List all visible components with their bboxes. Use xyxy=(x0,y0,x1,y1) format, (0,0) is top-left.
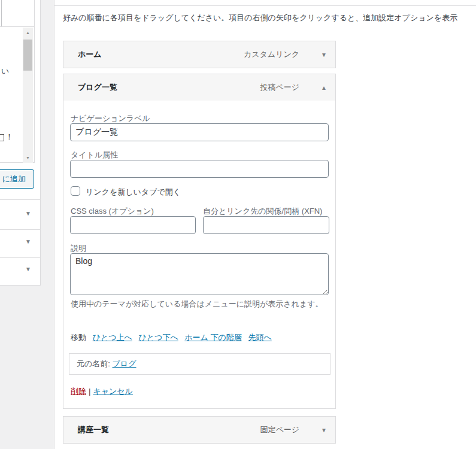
open-new-tab-label: リンクを新しいタブで開く xyxy=(86,187,181,198)
item-actions-row: 削除|キャンセル xyxy=(71,386,133,397)
menu-item-type-label: カスタムリンク xyxy=(244,49,299,60)
truncated-list-item-text: ！ xyxy=(5,132,13,141)
move-links-row: 移動 ひとつ上へ ひとつ下へ ホーム 下の階層 先頭へ xyxy=(71,332,272,343)
original-name-label: 元の名前: xyxy=(77,359,110,368)
truncated-list-item: ！ xyxy=(0,132,13,142)
tab-panel-right-edge xyxy=(34,0,35,27)
cancel-link[interactable]: キャンセル xyxy=(93,387,133,396)
menu-item-settings-panel: ナビゲーションラベル タイトル属性 リンクを新しいタブで開く CSS class… xyxy=(63,101,336,409)
metabox-divider xyxy=(0,199,41,200)
menu-item-title: ブログ一覧 xyxy=(78,82,260,93)
menu-item-title: 講座一覧 xyxy=(78,424,260,435)
xfn-input[interactable] xyxy=(203,216,329,234)
truncated-list-item: い xyxy=(1,66,9,77)
move-up-one-link[interactable]: ひとつ上へ xyxy=(93,333,132,342)
menu-item-title: ホーム xyxy=(78,49,244,60)
move-under-home-link[interactable]: ホーム 下の階層 xyxy=(184,333,242,342)
menu-item-blog-list[interactable]: ブログ一覧 投稿ページ ▲ xyxy=(63,74,336,101)
css-class-label: CSS class (オプション) xyxy=(71,206,154,217)
menu-instructions-text: 好みの順番に各項目をドラッグしてください。項目の右側の矢印をクリックすると、追加… xyxy=(63,13,476,23)
xfn-label: 自分とリンク先の関係/間柄 (XFN) xyxy=(203,206,322,217)
title-attribute-label: タイトル属性 xyxy=(71,150,118,160)
chevron-down-icon[interactable]: ▼ xyxy=(25,211,31,217)
menu-structure-panel: 好みの順番に各項目をドラッグしてください。項目の右側の矢印をクリックすると、追加… xyxy=(54,0,476,449)
menu-item-home[interactable]: ホーム カスタムリンク ▼ xyxy=(63,41,336,68)
menu-item-type-label: 投稿ページ xyxy=(260,82,299,93)
menu-item-type-label: 固定ページ xyxy=(260,424,299,435)
scrollbar-thumb[interactable] xyxy=(23,40,32,71)
chevron-down-icon[interactable]: ▼ xyxy=(25,239,31,245)
panel-top-divider xyxy=(54,5,476,6)
action-separator: | xyxy=(89,387,90,396)
description-label: 説明 xyxy=(71,243,86,254)
navigation-label-label: ナビゲーションラベル xyxy=(71,113,150,124)
truncated-text-glyph xyxy=(0,134,4,141)
chevron-down-icon[interactable]: ▼ xyxy=(25,266,31,272)
original-name-box: 元の名前: ブログ xyxy=(69,353,331,375)
scroll-up-icon[interactable]: ▲ xyxy=(23,28,33,38)
original-name-link[interactable]: ブログ xyxy=(113,359,137,368)
tab-panel-left-edge xyxy=(1,0,2,26)
item-checklist-box: い ！ ▲ ▼ xyxy=(0,26,35,163)
add-to-menu-button[interactable]: に追加 xyxy=(0,169,34,189)
metabox-divider xyxy=(0,229,41,230)
delete-link[interactable]: 削除 xyxy=(71,387,86,396)
description-textarea[interactable]: Blog xyxy=(70,253,329,295)
move-label: 移動 xyxy=(71,333,86,342)
chevron-up-icon[interactable]: ▲ xyxy=(321,84,327,91)
chevron-down-icon[interactable]: ▼ xyxy=(321,427,327,433)
chevron-down-icon[interactable]: ▼ xyxy=(321,51,327,58)
title-attribute-input[interactable] xyxy=(70,160,329,178)
move-down-one-link[interactable]: ひとつ下へ xyxy=(138,333,178,342)
scroll-down-icon[interactable]: ▼ xyxy=(23,153,33,163)
css-class-input[interactable] xyxy=(70,216,196,234)
description-help-text: 使用中のテーマが対応している場合はメニューに説明が表示されます。 xyxy=(71,298,332,311)
left-metabox-column: い ！ ▲ ▼ に追加 ▼ ▼ ▼ xyxy=(0,0,41,286)
navigation-label-input[interactable] xyxy=(70,123,329,141)
move-to-top-link[interactable]: 先頭へ xyxy=(248,333,271,342)
open-new-tab-checkbox[interactable] xyxy=(71,186,80,196)
scrollbar[interactable]: ▲ ▼ xyxy=(23,28,33,163)
metabox-divider xyxy=(0,257,41,258)
menu-item-course-list[interactable]: 講座一覧 固定ページ ▼ xyxy=(63,416,336,444)
